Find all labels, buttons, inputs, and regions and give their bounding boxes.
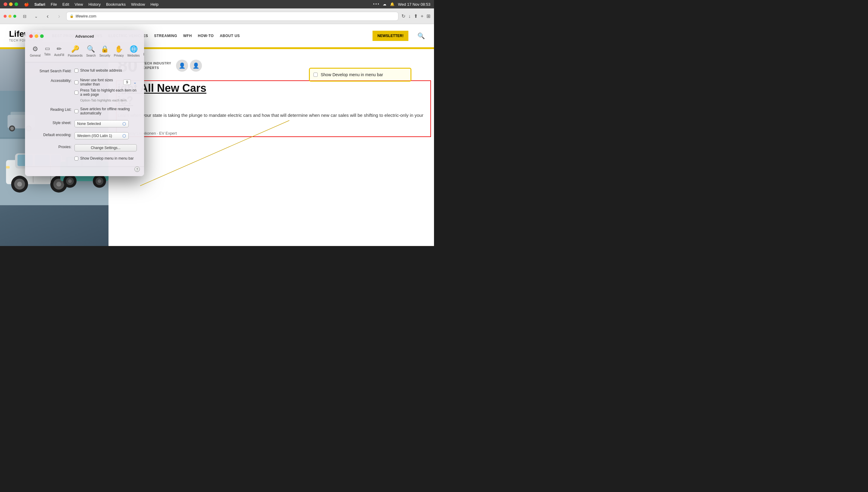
svg-point-6 bbox=[10, 127, 14, 130]
never-smaller-font-row: Never use font sizes smaller than 9 ⌄ bbox=[74, 78, 137, 87]
tab-extensions[interactable]: 🧩 Extensions bbox=[142, 44, 144, 58]
develop-empty-label bbox=[32, 156, 71, 157]
site-right-content: 80 TECH INDUSTRYEXPERTS 👤 👤 ight All New… bbox=[109, 49, 434, 246]
bookmarks-menu[interactable]: Bookmarks bbox=[106, 2, 126, 7]
encoding-select[interactable]: Western (ISO Latin 1) ⬡ bbox=[74, 132, 129, 140]
grid-view-button[interactable]: ⊞ bbox=[426, 13, 430, 19]
title-bar: 🍎 Safari File Edit View History Bookmark… bbox=[0, 0, 434, 8]
newtab-button[interactable]: + bbox=[421, 14, 423, 19]
website-content: Lifewire TECH FOR HUMANS BEST PRODUCTS N… bbox=[0, 24, 434, 246]
offline-reading-row: Save articles for offline reading automa… bbox=[74, 107, 137, 115]
tab-autofill[interactable]: ✏ AutoFill bbox=[52, 44, 66, 58]
file-menu[interactable]: File bbox=[51, 2, 57, 7]
show-full-address-checkbox[interactable] bbox=[74, 69, 78, 73]
view-menu[interactable]: View bbox=[75, 2, 83, 7]
never-smaller-font-checkbox[interactable] bbox=[74, 80, 78, 84]
address-bar[interactable]: 🔒 lifewire.com bbox=[66, 12, 398, 21]
sidebar-toggle-button[interactable]: ⊟ bbox=[21, 12, 29, 21]
font-size-arrow: ⌄ bbox=[133, 80, 137, 84]
dialog-title: Advanced bbox=[75, 34, 94, 39]
dialog-footer: ? bbox=[25, 167, 144, 176]
dialog-close[interactable] bbox=[29, 34, 33, 38]
history-menu[interactable]: History bbox=[88, 2, 100, 7]
privacy-icon: ✋ bbox=[115, 45, 123, 53]
smart-search-control: Show full website address bbox=[74, 68, 137, 73]
apple-menu[interactable]: 🍎 bbox=[24, 2, 29, 7]
tab-security[interactable]: 🔒 Security bbox=[98, 44, 112, 58]
forward-button[interactable]: › bbox=[55, 12, 63, 21]
close-button[interactable] bbox=[4, 2, 7, 6]
download-button[interactable]: ↓ bbox=[408, 14, 411, 19]
font-size-value[interactable]: 9 bbox=[123, 79, 131, 85]
tab-general[interactable]: ⚙ General bbox=[28, 44, 43, 58]
nav-wfh[interactable]: WFH bbox=[183, 34, 192, 38]
dialog-toolbar: ⚙ General ▭ Tabs ✏ AutoFill 🔑 Passwords … bbox=[25, 42, 144, 62]
tab-highlight-text: Press Tab to highlight each item on a we… bbox=[80, 88, 137, 97]
accessibility-label: Accessibility: bbox=[32, 78, 71, 83]
tab-privacy-label: Privacy bbox=[114, 54, 124, 57]
nav-how-to[interactable]: HOW-TO bbox=[198, 34, 214, 38]
tab-autofill-label: AutoFill bbox=[54, 53, 64, 57]
edit-menu[interactable]: Edit bbox=[63, 2, 69, 7]
help-menu[interactable]: Help bbox=[150, 2, 159, 7]
back-button[interactable]: ‹ bbox=[43, 12, 52, 21]
window-menu[interactable]: Window bbox=[131, 2, 145, 7]
dialog-maximize[interactable] bbox=[40, 34, 44, 38]
svg-point-19 bbox=[56, 182, 61, 187]
general-icon: ⚙ bbox=[32, 45, 38, 53]
menu-bar: 🍎 Safari File Edit View History Bookmark… bbox=[24, 2, 159, 7]
encoding-arrow: ⬡ bbox=[122, 133, 126, 138]
never-smaller-font-text: Never use font sizes smaller than bbox=[80, 78, 120, 87]
accessibility-row: Accessibility: Never use font sizes smal… bbox=[32, 78, 137, 102]
article-meta: by Jeremy Laukkonen · EV Expert bbox=[118, 131, 425, 136]
tab-general-label: General bbox=[30, 54, 41, 57]
browser-maximize[interactable] bbox=[13, 15, 16, 18]
browser-toolbar: ⊟ ⌄ ‹ › 🔒 lifewire.com ↻ ↓ ⬆ + ⊞ bbox=[0, 8, 434, 24]
tab-tabs[interactable]: ▭ Tabs bbox=[43, 44, 52, 58]
safari-menu[interactable]: Safari bbox=[34, 2, 45, 7]
nav-streaming[interactable]: STREAMING bbox=[154, 34, 177, 38]
article-headline: ight All New Carsic? bbox=[118, 82, 425, 107]
minimize-button[interactable] bbox=[9, 2, 13, 6]
newsletter-button[interactable]: NEWSLETTER! bbox=[373, 31, 408, 41]
article-section: ight All New Carsic? Learn when your sta… bbox=[118, 82, 425, 136]
tab-search[interactable]: 🔍 Search bbox=[85, 44, 98, 58]
tab-privacy[interactable]: ✋ Privacy bbox=[112, 44, 126, 58]
share-button[interactable]: ⬆ bbox=[414, 13, 418, 19]
site-search-button[interactable]: 🔍 bbox=[417, 32, 425, 40]
reading-list-control: Save articles for offline reading automa… bbox=[74, 107, 137, 115]
dialog-titlebar: Advanced bbox=[25, 30, 144, 42]
maximize-button[interactable] bbox=[15, 2, 18, 6]
reload-button[interactable]: ↻ bbox=[401, 13, 405, 19]
expert-icons: 👤 👤 bbox=[176, 59, 202, 72]
svg-rect-22 bbox=[6, 166, 10, 169]
browser-traffic-lights bbox=[4, 15, 16, 18]
tabs-icon: ▭ bbox=[45, 45, 50, 52]
sidebar-expand-button[interactable]: ⌄ bbox=[32, 12, 40, 21]
nav-about-us[interactable]: ABOUT US bbox=[220, 34, 240, 38]
tab-passwords[interactable]: 🔑 Passwords bbox=[66, 44, 85, 58]
encoding-value: Western (ISO Latin 1) bbox=[77, 134, 112, 138]
ssl-icon: 🔒 bbox=[70, 14, 74, 18]
tab-highlight-checkbox[interactable] bbox=[74, 91, 78, 95]
tab-passwords-label: Passwords bbox=[68, 54, 83, 57]
browser-close[interactable] bbox=[4, 15, 7, 18]
smart-search-row: Smart Search Field: Show full website ad… bbox=[32, 68, 137, 73]
proxies-row: Proxies: Change Settings... bbox=[32, 144, 137, 151]
tab-highlight-subtext: Option-Tab highlights each item. bbox=[74, 98, 137, 102]
browser-minimize[interactable] bbox=[8, 15, 11, 18]
stylesheet-select[interactable]: None Selected ⬡ bbox=[74, 120, 129, 127]
security-icon: 🔒 bbox=[101, 45, 109, 53]
offline-reading-checkbox[interactable] bbox=[74, 109, 78, 113]
develop-menu-checkbox[interactable] bbox=[74, 156, 78, 161]
tab-extensions-label: Extensions bbox=[143, 53, 144, 56]
dialog-minimize[interactable] bbox=[35, 34, 38, 38]
svg-point-29 bbox=[68, 179, 72, 183]
help-button[interactable]: ? bbox=[135, 167, 140, 172]
tab-security-label: Security bbox=[99, 54, 110, 57]
dialog-content: Smart Search Field: Show full website ad… bbox=[25, 62, 144, 167]
passwords-icon: 🔑 bbox=[71, 45, 79, 53]
change-settings-button[interactable]: Change Settings... bbox=[74, 144, 137, 151]
tab-websites[interactable]: 🌐 Websites bbox=[126, 44, 142, 58]
stylesheet-control: None Selected ⬡ bbox=[74, 120, 137, 127]
